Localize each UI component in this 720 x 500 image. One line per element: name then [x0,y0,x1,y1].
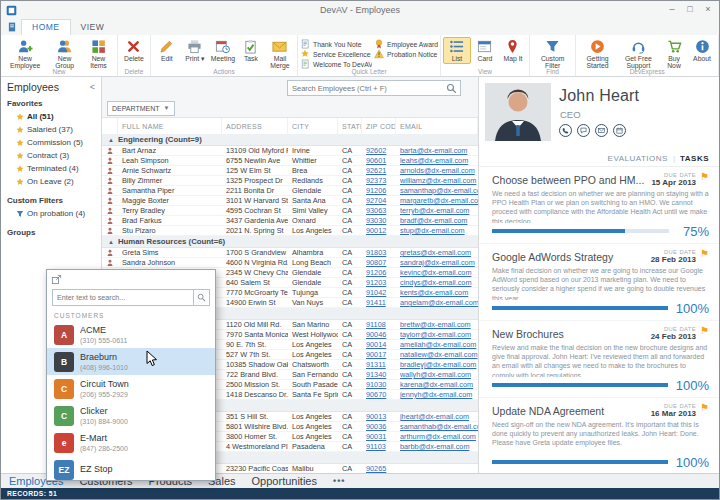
chat-button[interactable] [577,124,590,137]
sidebar-item-all-51[interactable]: All (51) [1,110,101,123]
zip-link[interactable]: 92704 [366,196,386,205]
zip-link[interactable]: 91803 [366,248,386,257]
task-button[interactable]: Task [237,37,265,64]
email-link[interactable]: nataliew@dx-email.com [400,350,478,359]
delete-button[interactable]: Delete [120,37,148,64]
zip-link[interactable]: 90670 [366,390,386,399]
meeting-button[interactable]: Meeting [209,37,237,64]
sidebar-section-custom-filters[interactable]: Custom Filters [1,194,101,207]
column-header-email[interactable]: EMAIL [396,118,478,134]
employee-row[interactable]: Arnie Schwartz125 W Elm StBreaCA92621arn… [102,166,478,176]
group-by-chip[interactable]: DEPARTMENT ▼ [107,101,175,116]
column-header-full-name[interactable]: FULL NAME [118,118,222,134]
employee-row[interactable]: Bart Arnaz13109 Old Myford RdIrvineCA926… [102,146,478,156]
card-button[interactable]: Card [471,37,499,64]
email-link[interactable]: terryb@dx-email.com [400,206,469,215]
email-link[interactable]: bradleyj@dx-email.com [400,360,476,369]
tab-view[interactable]: VIEW [71,19,115,35]
employee-row[interactable]: Sandra Johnson4600 N Virginia Rd.Long Be… [102,258,478,268]
email-link[interactable]: brettw@dx-email.com [400,320,471,329]
email-link[interactable]: cindys@dx-email.com [400,278,471,287]
email-link[interactable]: leahs@dx-email.com [400,156,468,165]
zip-link[interactable]: 91206 [366,186,386,195]
column-header-zip-code[interactable]: ZIP CODE [362,118,396,134]
maximize-button[interactable]: □ [681,1,699,19]
module-tab-opportunities[interactable]: Opportunities [252,475,317,487]
detail-tab-tasks[interactable]: TASKS [680,154,709,163]
open-in-window-icon[interactable] [51,274,62,285]
flag-icon[interactable]: ⚑ [700,249,709,259]
probation-notice-menu-item[interactable]: Probation Notice [374,49,438,59]
search-input[interactable] [288,84,446,93]
list-button[interactable]: List [443,37,471,64]
customer-item-e-mart[interactable]: e E-Mart (847) 286-2500 [47,429,215,456]
popup-search-button[interactable] [193,290,209,305]
email-link[interactable]: karena@dx-email.com [400,380,473,389]
zip-link[interactable]: 90031 [366,432,386,441]
zip-link[interactable]: 92621 [366,166,386,175]
email-link[interactable]: sandraj@dx-email.com [400,258,475,267]
email-link[interactable]: arnolds@dx-email.com [400,166,475,175]
customer-item-clicker[interactable]: C Clicker (310) 884-9000 [47,402,215,429]
print-button[interactable]: Print ▾ [181,37,209,64]
zip-link[interactable]: 91108 [366,320,386,329]
detail-tab-evaluations[interactable]: EVALUATIONS [608,154,668,163]
email-link[interactable]: stup@dx-email.com [400,226,465,235]
email-link[interactable]: jheart@dx-email.com [400,412,469,421]
email-link[interactable]: bradf@dx-email.com [400,216,467,225]
customer-item-braeburn[interactable]: B Braeburn (408) 996-1010 [47,348,215,375]
customer-item-ez-stop[interactable]: EZ EZ Stop [47,456,215,481]
sidebar-section-groups[interactable]: Groups [1,226,101,239]
sidebar-item-terminated-4[interactable]: Terminated (4) [1,162,101,175]
employee-row[interactable]: Greta Sims1700 S Grandview Dr.AlhambraCA… [102,248,478,258]
file-icon[interactable] [7,22,17,32]
about-button[interactable]: About [688,37,716,64]
group-row[interactable]: ▲Human Resources (Count=6) [102,236,478,248]
email-link[interactable]: kevinc@dx-email.com [400,268,471,277]
calendar-button[interactable] [613,124,626,137]
zip-link[interactable]: 91206 [366,268,386,277]
employee-row[interactable]: Brad Farkus3437 Gardenia AveOxnardCA9303… [102,216,478,226]
employee-row[interactable]: Leah Simpson6755 Newlin AveWhittierCA906… [102,156,478,166]
email-link[interactable]: margaretb@dx-email.com [400,196,478,205]
map-it-button[interactable]: Map It [499,37,527,64]
collapse-sidebar-button[interactable]: < [90,82,95,92]
email-link[interactable]: kents@dx-email.com [400,288,468,297]
mail-button[interactable] [595,124,608,137]
flag-icon[interactable]: ⚑ [700,326,709,336]
minimize-button[interactable]: – [663,1,681,19]
flag-icon[interactable]: ⚑ [700,403,709,413]
column-header-address[interactable]: ADDRESS [222,118,288,134]
email-link[interactable]: samanthap@dx-email.com [400,186,478,195]
email-link[interactable]: taylorr@dx-email.com [400,330,471,339]
zip-link[interactable]: 90017 [366,350,386,359]
zip-link[interactable]: 91030 [366,380,386,389]
employee-row[interactable]: Billy Zimmer1325 Prospect DrRedlandsCA92… [102,176,478,186]
popup-search-input[interactable] [53,293,193,302]
zip-link[interactable]: 90013 [366,412,386,421]
phone-button[interactable] [559,124,572,137]
employee-row[interactable]: Stu Pizaro2021 N. Spring StLos AngelesCA… [102,226,478,236]
employee-row[interactable]: Terry Bradley4595 Cochran StSimi ValleyC… [102,206,478,216]
zip-link[interactable]: 91203 [366,278,386,287]
zip-link[interactable]: 91340 [366,370,386,379]
zip-link[interactable]: 90036 [366,422,386,431]
sidebar-item-salaried-37[interactable]: Salaried (37) [1,123,101,136]
zip-link[interactable]: 90265 [366,464,386,473]
close-button[interactable]: × [699,1,717,19]
employee-row[interactable]: Samantha Piper2211 Bonita DrGlendaleCA91… [102,186,478,196]
zip-link[interactable]: 90046 [366,330,386,339]
group-row[interactable]: ▲Engineering (Count=9) [102,134,478,146]
service-excellence-menu-item[interactable]: Service Excellence [300,49,372,59]
zip-link[interactable]: 91411 [366,298,386,307]
task-card[interactable]: Update NDA Agreement DUE DATE 16 Mar 201… [479,398,719,473]
zip-link[interactable]: 92602 [366,146,386,155]
column-header-state[interactable]: STATE [338,118,362,134]
email-link[interactable]: barta@dx-email.com [400,146,467,155]
edit-button[interactable]: Edit [153,37,181,64]
email-link[interactable]: ameliah@dx-email.com [400,340,476,349]
zip-link[interactable]: 93063 [366,206,386,215]
zip-link[interactable]: 93030 [366,216,386,225]
zip-link[interactable]: 91103 [366,442,386,451]
popup-search-box[interactable] [52,289,210,306]
